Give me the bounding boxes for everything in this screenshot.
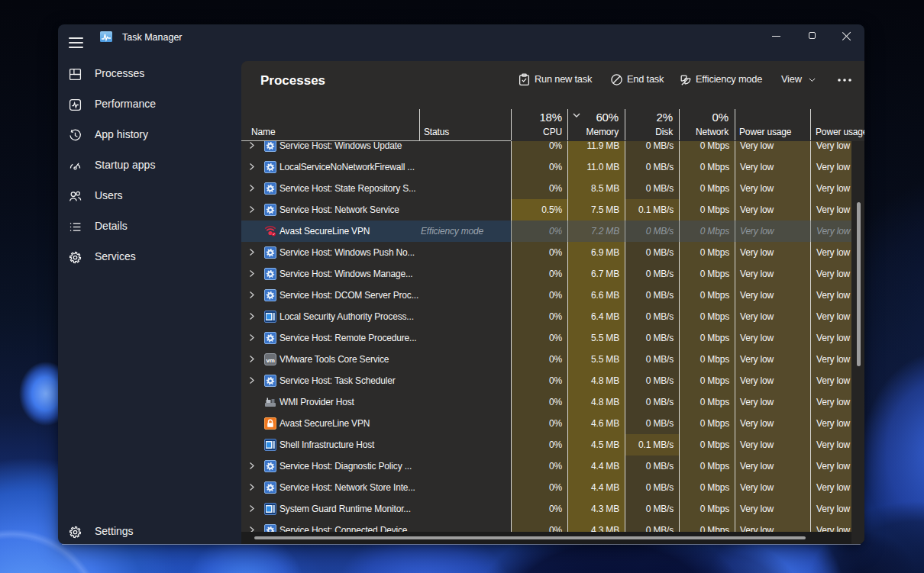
svg-text:vm: vm bbox=[266, 357, 274, 364]
